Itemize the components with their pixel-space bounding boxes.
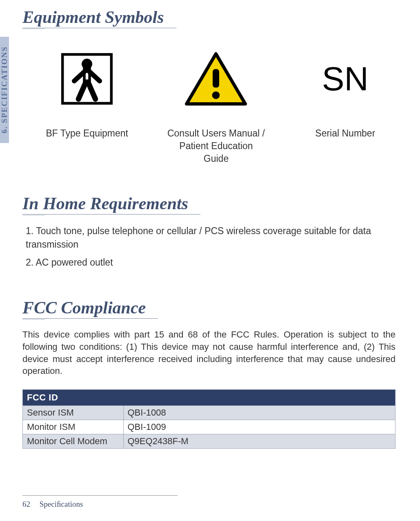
svg-rect-8 [213,69,219,87]
table-row: Sensor ISM QBI-1008 [23,405,396,420]
footer-label: Speciﬁcations [40,500,83,508]
fcc-row-name: Monitor Cell Modem [23,434,124,448]
heading-rule-left [22,29,45,29]
sn-glyph: SN [322,50,369,107]
fcc-id-table: FCC ID Sensor ISM QBI-1008 Monitor ISM Q… [22,389,396,449]
heading-equipment-symbols: Equipment Symbols [22,7,176,28]
fcc-row-name: Monitor ISM [23,420,124,434]
section-equipment-symbols: Equipment Symbols BF Type Equipment [22,7,396,165]
fcc-table-header: FCC ID [23,389,396,405]
heading-fcc: FCC Compliance [22,298,158,319]
page-number: 62 [22,500,30,508]
chapter-tab-label: 6. SPECIFICATIONS [0,46,9,133]
requirement-item: 1. Touch tone, pulse telephone or cellul… [26,224,396,252]
requirement-item: 2. AC powered outlet [26,256,396,269]
heading-rule-left [22,319,45,320]
warning-triangle-icon [183,50,249,107]
symbol-bf-type: BF Type Equipment [37,50,137,165]
symbol-bf-label: BF Type Equipment [46,127,128,140]
footer-rule [22,495,178,496]
section-in-home-requirements: In Home Requirements 1. Touch tone, puls… [22,194,396,269]
heading-rule-left [22,215,45,215]
table-row: Monitor Cell Modem Q9EQ2438F-M [23,434,396,448]
fcc-row-name: Sensor ISM [23,405,124,420]
page-footer: 62 Speciﬁcations [22,500,83,509]
fcc-row-value: QBI-1009 [123,420,396,434]
svg-point-9 [212,92,220,99]
symbol-sn-label: Serial Number [315,127,375,140]
symbol-manual-label: Consult Users Manual / Patient Education… [166,127,266,165]
chapter-tab: 6. SPECIFICATIONS [0,37,9,143]
heading-in-home: In Home Requirements [22,194,200,215]
section-fcc-compliance: FCC Compliance This device complies with… [22,298,396,449]
bf-type-icon [60,50,113,107]
symbol-serial-number: SN Serial Number [295,50,396,165]
fcc-row-value: Q9EQ2438F-M [123,434,396,448]
table-row: Monitor ISM QBI-1009 [23,420,396,434]
fcc-row-value: QBI-1008 [123,405,396,420]
symbol-consult-manual: Consult Users Manual / Patient Education… [166,50,266,165]
sn-text: SN [322,60,369,98]
fcc-body-text: This device complies with part 15 and 68… [22,329,396,377]
